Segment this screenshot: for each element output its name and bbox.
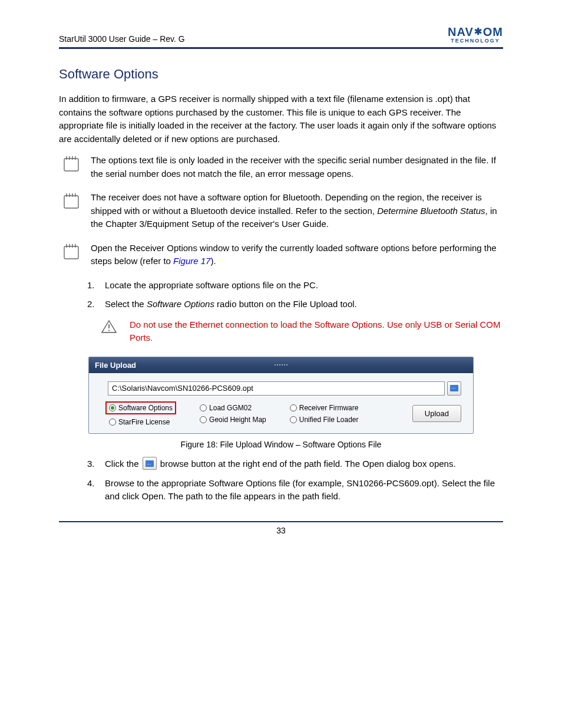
radio-icon <box>200 416 207 423</box>
logo-technology: TECHNOLOGY <box>451 38 500 44</box>
file-path-input[interactable] <box>108 381 445 396</box>
radio-software-options[interactable]: Software Options <box>109 404 173 412</box>
note-icon <box>64 242 80 268</box>
figure-file-upload: File Upload <box>88 357 474 449</box>
note3-b: ). <box>210 256 216 266</box>
note-bluetooth-text: The receiver does not have a software op… <box>91 191 503 231</box>
radio-load-ggm02-label: Load GGM02 <box>209 404 252 412</box>
step-2-num: 2. <box>87 298 105 311</box>
svg-point-17 <box>108 330 110 331</box>
radio-unified-file-loader[interactable]: Unified File Loader <box>290 416 359 424</box>
warning-text: Do not use the Ethernet connection to lo… <box>130 318 503 345</box>
browse-icon <box>450 385 458 391</box>
svg-rect-0 <box>64 159 78 171</box>
radio-load-ggm02[interactable]: Load GGM02 <box>200 404 266 412</box>
revision: Rev. G <box>160 34 185 44</box>
note-bluetooth: The receiver does not have a software op… <box>59 191 503 231</box>
step-3-num: 3. <box>87 457 105 471</box>
step-1-text: Locate the appropriate software options … <box>105 279 318 292</box>
upload-button[interactable]: Upload <box>412 405 461 422</box>
svg-rect-5 <box>64 196 78 208</box>
figure-17-link[interactable]: Figure 17 <box>173 256 210 266</box>
section-title: Software Options <box>59 67 503 82</box>
radio-geoid-height-map[interactable]: Geoid Height Map <box>200 416 266 424</box>
step-2-a: Select the <box>105 299 147 309</box>
step-1: 1. Locate the appropriate software optio… <box>87 279 503 292</box>
file-upload-titlebar[interactable]: File Upload <box>89 357 473 373</box>
step-3-a: Click the <box>105 459 141 469</box>
step-3-b: browse button at the right end of the pa… <box>160 459 456 469</box>
browse-button[interactable] <box>447 381 461 396</box>
figure-caption: Figure 18: File Upload Window – Software… <box>88 440 474 449</box>
page-header: StarUtil 3000 User Guide – Rev. G NAV ✱ … <box>59 26 503 47</box>
svg-rect-10 <box>64 246 78 259</box>
software-options-radio-highlighted: Software Options <box>105 401 176 414</box>
step-2-c: radio button on the File Upload tool. <box>214 299 357 309</box>
file-upload-title: File Upload <box>95 361 136 370</box>
header-title: StarUtil 3000 User Guide – Rev. G <box>59 34 185 44</box>
logo-om: OM <box>483 26 503 38</box>
note-bt-emph: Determine Bluetooth Status <box>377 206 485 216</box>
note-verify-text: Open the Receiver Options window to veri… <box>91 242 503 268</box>
radio-unified-file-loader-label: Unified File Loader <box>299 416 359 424</box>
step-2-text: Select the Software Options radio button… <box>105 298 357 311</box>
step-2-emph: Software Options <box>147 299 214 309</box>
file-upload-panel: File Upload <box>88 357 474 434</box>
browse-button-inline <box>143 457 157 470</box>
step-3: 3. Click the browse button at the right … <box>87 457 503 471</box>
note-icon <box>64 191 80 231</box>
step-4-text: Browse to the appropriate Software Optio… <box>105 477 503 503</box>
logo-star-icon: ✱ <box>474 27 482 37</box>
product-name: StarUtil 3000 User Guide <box>59 34 151 44</box>
radio-icon <box>109 419 116 426</box>
step-3-text: Click the browse button at the right end… <box>105 457 456 471</box>
radio-receiver-firmware[interactable]: Receiver Firmware <box>290 404 359 412</box>
radio-receiver-firmware-label: Receiver Firmware <box>299 404 359 412</box>
step-4-num: 4. <box>87 477 105 503</box>
radio-icon <box>290 404 297 411</box>
header-rule <box>59 47 503 49</box>
step-1-num: 1. <box>87 279 105 292</box>
note-serial: The options text file is only loaded in … <box>59 154 503 180</box>
note-serial-text: The options text file is only loaded in … <box>91 154 503 180</box>
intro-paragraph: In addition to firmware, a GPS receiver … <box>59 93 503 146</box>
navcom-logo: NAV ✱ OM TECHNOLOGY <box>448 26 503 44</box>
warning-icon <box>101 318 118 345</box>
radio-selected-icon <box>109 404 116 411</box>
page-number: 33 <box>59 526 503 535</box>
step-2: 2. Select the Software Options radio but… <box>87 298 503 311</box>
footer-rule <box>59 521 503 522</box>
radio-starfire-license-label: StarFire License <box>118 418 170 426</box>
browse-icon <box>146 460 154 467</box>
note-icon <box>64 154 80 180</box>
radio-icon <box>200 404 207 411</box>
radio-icon <box>290 416 297 423</box>
warning-ethernet: Do not use the Ethernet connection to lo… <box>101 318 503 345</box>
note-verify-options: Open the Receiver Options window to veri… <box>59 242 503 268</box>
drag-grip-icon <box>275 364 287 365</box>
radio-starfire-license[interactable]: StarFire License <box>105 418 176 426</box>
step-4: 4. Browse to the appropriate Software Op… <box>87 477 503 503</box>
note3-a: Open the Receiver Options window to veri… <box>91 243 497 266</box>
radio-software-options-label: Software Options <box>118 404 173 412</box>
logo-nav: NAV <box>448 26 474 38</box>
radio-geoid-height-map-label: Geoid Height Map <box>209 416 266 424</box>
